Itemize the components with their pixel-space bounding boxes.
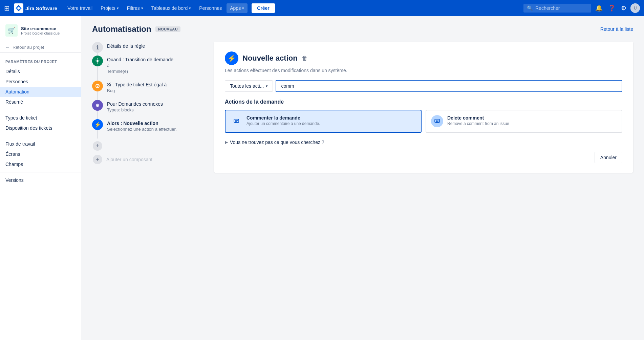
step-details: ℹ Détails de la règle [92,42,200,56]
back-icon: ← [5,45,10,50]
notifications-icon[interactable]: 🔔 [594,3,604,13]
sidebar-item-disposition[interactable]: Disposition des tickets [0,123,81,133]
step4-icon: ⚡ [92,119,103,130]
rule-panel: ℹ Détails de la règle Quand : [92,42,200,164]
action-card-commenter[interactable]: Commenter la demande Ajouter un commenta… [225,110,422,133]
nav-filtres[interactable]: Filtres ▾ [124,3,147,13]
sidebar-item-ecrans[interactable]: Écrans [0,149,81,159]
sidebar-item-flux[interactable]: Flux de travail [0,139,81,149]
grid-icon[interactable]: ⊞ [4,4,10,12]
nav-personnes[interactable]: Personnes [196,3,225,13]
main-layout: 🛒 Site e-commerce Projet logiciel classi… [0,16,644,340]
action-title: Nouvelle action [242,54,298,63]
back-to-list-link[interactable]: Retour à la liste [600,26,633,32]
create-button[interactable]: Créer [252,3,275,13]
nav-apps[interactable]: Apps ▾ [227,3,248,13]
project-icon: 🛒 [5,24,18,37]
chevron-right-icon: ▶ [225,140,228,145]
step2-icon [92,81,103,91]
step-1: Quand : Transition de demande à Terminé(… [92,56,200,81]
sidebar-item-resume[interactable]: Résumé [0,97,81,107]
commenter-icon [230,115,242,127]
step2-content: Si : Type de ticket Est égal à Bug [107,81,167,100]
svg-point-0 [96,60,99,62]
chevron-down-icon: ▾ [189,6,191,10]
delete-comment-desc: Remove a comment from an issue [447,121,509,126]
commenter-text: Commenter la demande Ajouter un commenta… [246,115,320,126]
step1-sub2: Terminé(e) [107,69,173,74]
step2-sub: Bug [107,88,167,93]
page-title-row: Automatisation NOUVEAU [92,24,180,34]
step4-icon-wrap: ⚡ [92,119,103,130]
back-to-project[interactable]: ← Retour au projet [0,42,81,53]
step3-content: Pour Demandes connexes Types: blocks [107,100,163,119]
user-avatar[interactable]: U [630,3,640,13]
nav-votre-travail[interactable]: Votre travail [64,3,96,13]
sidebar-item-personnes[interactable]: Personnes [0,77,81,87]
step3-icon [92,100,103,111]
step-2: Si : Type de ticket Est égal à Bug [92,81,200,100]
sidebar-divider [0,110,81,110]
cancel-button[interactable]: Annuler [595,152,622,163]
main-nav: Votre travail Projets ▾ Filtres ▾ Tablea… [64,3,521,13]
step4-content: Alors : Nouvelle action Sélectionnez une… [107,119,177,139]
action-description: Les actions effectuent des modifications… [225,68,622,73]
delete-comment-icon [431,115,443,127]
step-3: Pour Demandes connexes Types: blocks [92,100,200,119]
panel-bottom: Annuler [225,152,622,163]
action-header: ⚡ Nouvelle action 🗑 [225,51,622,65]
step-4: ⚡ Alors : Nouvelle action Sélectionnez u… [92,119,200,139]
commenter-desc: Ajouter un commentaire à une demande. [246,121,320,126]
delete-comment-title: Delete comment [447,115,509,121]
sidebar-item-versions[interactable]: Versions [0,175,81,185]
search-input[interactable] [535,5,588,11]
action-search-input[interactable] [276,80,622,92]
step1-icon [92,56,103,66]
step3-title: Pour Demandes connexes [107,101,163,107]
step4-sub: Sélectionnez une action à effectuer. [107,127,177,132]
project-info: Site e-commerce Projet logiciel classiqu… [21,26,60,35]
add-composant-button[interactable]: + [93,155,102,164]
not-found-row[interactable]: ▶ Vous ne trouvez pas ce que vous cherch… [225,140,622,145]
actions-grid: Commenter la demande Ajouter un commenta… [225,110,622,133]
search-icon: 🔍 [527,5,533,11]
action-card-delete-comment[interactable]: Delete comment Remove a comment from an … [426,110,622,133]
help-icon[interactable]: ❓ [607,3,617,13]
main-content: Automatisation NOUVEAU Retour à la liste… [81,16,644,340]
step1-sub1: à [107,63,173,68]
search-row: Toutes les acti... ▾ [225,80,622,92]
nav-projets[interactable]: Projets ▾ [97,3,122,13]
filter-label: Toutes les acti... [230,83,264,89]
topnav-right: 🔍 🔔 ❓ ⚙ U [523,3,640,13]
step-details-icon: ℹ [92,42,103,53]
add-component-row: + [92,141,200,151]
commenter-title: Commenter la demande [246,115,320,121]
project-name: Site e-commerce [21,26,60,31]
content-area: ℹ Détails de la règle Quand : [92,42,633,173]
step1-icon-wrap [92,56,103,66]
search-box[interactable]: 🔍 [523,4,591,13]
add-step-button[interactable]: + [93,141,102,151]
delete-icon[interactable]: 🗑 [302,55,308,62]
sidebar-item-automation[interactable]: Automation [0,87,81,97]
nav-tableaux-de-bord[interactable]: Tableaux de bord ▾ [148,3,194,13]
sidebar-item-types[interactable]: Types de ticket [0,113,81,123]
step-details-content: Détails de la règle [107,42,145,56]
chevron-down-icon: ▾ [141,6,143,10]
sidebar-item-details[interactable]: Détails [0,66,81,77]
step3-icon-wrap [92,100,103,111]
settings-icon[interactable]: ⚙ [620,3,628,13]
sidebar: 🛒 Site e-commerce Projet logiciel classi… [0,16,81,340]
action-panel: ⚡ Nouvelle action 🗑 Les actions effectue… [214,42,633,173]
filter-dropdown[interactable]: Toutes les acti... ▾ [225,80,273,92]
add-composant-row: + Ajouter un composant [92,155,200,164]
sidebar-divider-3 [0,172,81,172]
step1-title: Quand : Transition de demande [107,57,173,62]
app-logo[interactable]: Jira Software [14,3,57,13]
project-subtype: Projet logiciel classique [21,31,60,35]
sidebar-item-champs[interactable]: Champs [0,159,81,169]
new-badge: NOUVEAU [155,26,181,32]
step2-icon-wrap [92,81,103,91]
step3-sub: Types: blocks [107,107,163,112]
logo-text: Jira Software [25,5,57,11]
